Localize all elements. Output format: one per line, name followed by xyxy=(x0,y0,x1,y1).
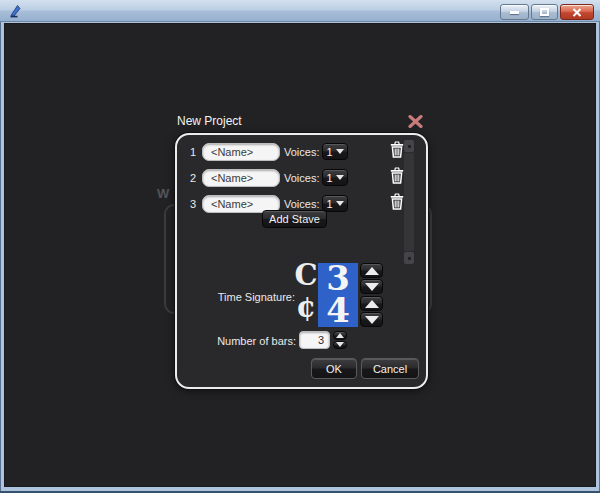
numerator-up-button[interactable] xyxy=(360,263,383,278)
dropdown-arrow-icon xyxy=(336,149,344,154)
number-of-bars-label: Number of bars: xyxy=(212,335,296,347)
trash-icon xyxy=(390,167,404,184)
app-window: W New Project 1 Voices: 1 2 Voices: 1 xyxy=(0,0,600,493)
stave-list-scrollbar[interactable] xyxy=(404,140,414,264)
dialog-title: New Project xyxy=(177,114,242,128)
stave-number: 1 xyxy=(183,146,196,158)
down-arrow-icon xyxy=(365,316,379,324)
voices-dropdown[interactable]: 1 xyxy=(322,195,348,212)
dialog-close-icon xyxy=(408,115,423,128)
scrollbar-thumb[interactable] xyxy=(404,153,414,251)
time-signature-label: Time Signature: xyxy=(210,291,295,303)
voices-label: Voices: xyxy=(284,172,319,184)
voices-value: 1 xyxy=(326,146,332,158)
voices-value: 1 xyxy=(326,198,332,210)
time-signature-value: 3 4 xyxy=(318,263,358,327)
voices-value: 1 xyxy=(326,172,332,184)
scrollbar-down-button[interactable] xyxy=(404,252,414,264)
stave-number: 3 xyxy=(183,198,196,210)
up-arrow-icon xyxy=(365,267,379,275)
down-arrow-icon xyxy=(365,283,379,291)
voices-label: Voices: xyxy=(284,146,319,158)
close-icon xyxy=(572,8,582,17)
dropdown-arrow-icon xyxy=(336,201,344,206)
time-signature-denominator[interactable]: 4 xyxy=(318,295,358,327)
common-time-symbol[interactable]: C xyxy=(294,259,318,291)
voices-dropdown[interactable]: 1 xyxy=(322,143,348,160)
time-signature-spinners xyxy=(360,263,383,328)
stave-name-input[interactable] xyxy=(202,169,280,187)
time-signature-symbols: C ¢ xyxy=(294,259,318,323)
delete-stave-button[interactable] xyxy=(389,141,405,159)
titlebar[interactable] xyxy=(0,0,600,22)
dropdown-arrow-icon xyxy=(336,175,344,180)
window-controls xyxy=(500,4,594,20)
scrollbar-up-button[interactable] xyxy=(404,140,414,152)
dialog-close-button[interactable] xyxy=(405,112,425,130)
minimize-icon xyxy=(510,11,519,14)
down-arrow-icon xyxy=(336,342,344,347)
ok-button[interactable]: OK xyxy=(311,358,357,379)
minimize-button[interactable] xyxy=(500,4,529,20)
up-arrow-icon xyxy=(336,333,344,338)
maximize-icon xyxy=(540,8,549,16)
background-watermark-letter: W xyxy=(157,186,169,201)
stave-name-input[interactable] xyxy=(202,143,280,161)
maximize-button[interactable] xyxy=(531,4,558,20)
delete-stave-button[interactable] xyxy=(389,193,405,211)
number-of-bars-stepper xyxy=(333,331,347,349)
number-of-bars-input[interactable] xyxy=(299,331,330,349)
bars-down-button[interactable] xyxy=(333,341,347,350)
close-button[interactable] xyxy=(560,4,594,20)
delete-stave-button[interactable] xyxy=(389,167,405,185)
numerator-down-button[interactable] xyxy=(360,279,383,294)
up-arrow-icon xyxy=(365,300,379,308)
bars-up-button[interactable] xyxy=(333,331,347,340)
app-icon xyxy=(7,3,23,19)
stave-number: 2 xyxy=(183,172,196,184)
voices-label: Voices: xyxy=(284,198,319,210)
denominator-down-button[interactable] xyxy=(360,312,383,327)
cancel-button[interactable]: Cancel xyxy=(361,358,419,379)
scrollbar-up-icon xyxy=(408,145,411,148)
scrollbar-down-icon xyxy=(408,257,411,260)
trash-icon xyxy=(390,141,404,158)
cut-time-symbol[interactable]: ¢ xyxy=(294,291,318,323)
voices-dropdown[interactable]: 1 xyxy=(322,169,348,186)
trash-icon xyxy=(390,193,404,210)
denominator-up-button[interactable] xyxy=(360,296,383,311)
add-stave-button[interactable]: Add Stave xyxy=(262,210,327,228)
